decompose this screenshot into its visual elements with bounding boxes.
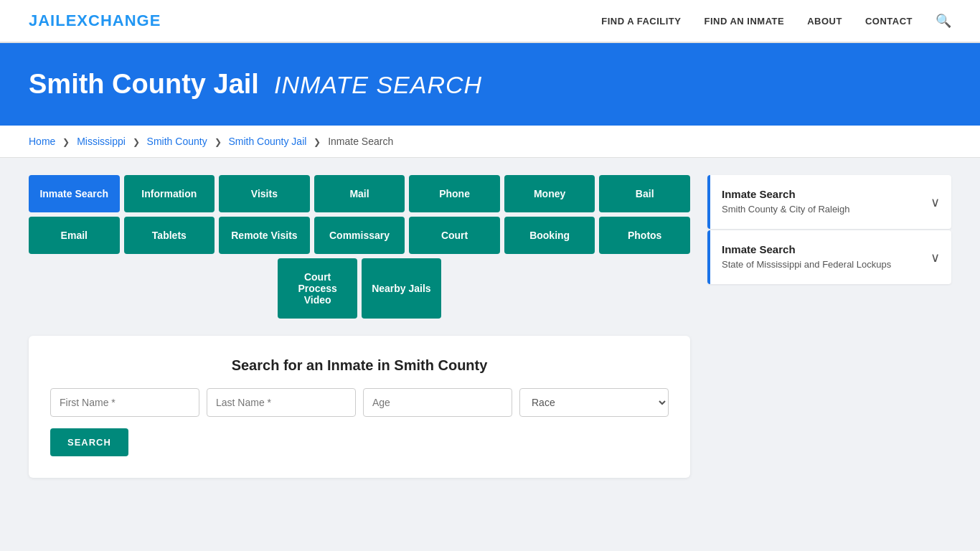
sidebar-card-ms-title: Inmate Search [722,243,891,255]
breadcrumb-sep-2: ❯ [133,137,140,147]
search-icon[interactable]: 🔍 [936,13,951,29]
tab-row-3: Court Process Video Nearby Jails [29,258,690,319]
tab-row-2: Email Tablets Remote Visits Commissary C… [29,217,690,254]
row3-spacer-right [446,258,690,319]
tab-visits[interactable]: Visits [219,175,310,212]
search-fields: Race White Black Hispanic Asian Other [50,388,669,417]
nav-about[interactable]: ABOUT [807,16,842,27]
sidebar-card-smith-subtitle: Smith County & City of Raleigh [722,203,849,216]
sidebar-card-smith-county[interactable]: Inmate Search Smith County & City of Ral… [707,175,951,229]
search-button[interactable]: SEARCH [50,428,128,456]
breadcrumb-smith-county[interactable]: Smith County [147,136,207,147]
sidebar-card-smith-title: Inmate Search [722,188,849,200]
search-form-heading: Search for an Inmate in Smith County [50,357,669,374]
tab-tablets[interactable]: Tablets [124,217,215,254]
logo[interactable]: JAILEXCHANGE [29,11,161,30]
hero-subtitle: INMATE SEARCH [274,71,482,98]
sidebar-card-ms-subtitle: State of Mississippi and Federal Lockups [722,258,891,271]
breadcrumb-sep-4: ❯ [314,137,321,147]
tab-photos[interactable]: Photos [599,217,690,254]
race-select[interactable]: Race White Black Hispanic Asian Other [519,388,669,417]
main-content: Inmate Search Information Visits Mail Ph… [0,158,980,495]
breadcrumb-current: Inmate Search [328,136,393,147]
breadcrumb-smith-county-jail[interactable]: Smith County Jail [228,136,306,147]
tab-mail[interactable]: Mail [314,175,405,212]
sidebar-card-mississippi[interactable]: Inmate Search State of Mississippi and F… [707,230,951,284]
row3-items: Court Process Video Nearby Jails [278,258,441,319]
page-title: Smith County Jail INMATE SEARCH [29,69,951,100]
tab-inmate-search[interactable]: Inmate Search [29,175,120,212]
chevron-down-icon-2: ∨ [930,250,940,265]
tab-row-1: Inmate Search Information Visits Mail Ph… [29,175,690,212]
nav-find-facility[interactable]: FIND A FACILITY [601,16,681,27]
tab-remote-visits[interactable]: Remote Visits [219,217,310,254]
tab-phone[interactable]: Phone [409,175,500,212]
logo-exchange: EXCHANGE [66,11,161,29]
hero-title: Smith County Jail [29,69,259,99]
hero-section: Smith County Jail INMATE SEARCH [0,43,980,126]
tab-information[interactable]: Information [124,175,215,212]
nav-find-inmate[interactable]: FIND AN INMATE [704,16,784,27]
breadcrumb-mississippi[interactable]: Mississippi [77,136,126,147]
chevron-down-icon: ∨ [930,194,940,210]
row3-spacer [29,258,273,319]
breadcrumb-sep-3: ❯ [215,137,222,147]
last-name-input[interactable] [207,388,356,417]
nav-contact[interactable]: CONTACT [865,16,913,27]
breadcrumb-sep-1: ❯ [62,137,70,147]
search-form-box: Search for an Inmate in Smith County Rac… [29,336,690,478]
left-column: Inmate Search Information Visits Mail Ph… [29,175,690,478]
breadcrumb: Home ❯ Mississippi ❯ Smith County ❯ Smit… [0,126,980,158]
tab-court[interactable]: Court [409,217,500,254]
sidebar-card-smith-text: Inmate Search Smith County & City of Ral… [722,188,849,216]
tab-court-process-video[interactable]: Court Process Video [278,258,357,319]
tab-bail[interactable]: Bail [599,175,690,212]
main-nav: FIND A FACILITY FIND AN INMATE ABOUT CON… [601,13,951,29]
sidebar-card-ms-text: Inmate Search State of Mississippi and F… [722,243,891,271]
logo-jail: JAIL [29,11,66,29]
tab-booking[interactable]: Booking [504,217,595,254]
right-sidebar: Inmate Search Smith County & City of Ral… [707,175,951,286]
first-name-input[interactable] [50,388,199,417]
breadcrumb-home[interactable]: Home [29,136,55,147]
tab-commissary[interactable]: Commissary [314,217,405,254]
tab-money[interactable]: Money [504,175,595,212]
tab-email[interactable]: Email [29,217,120,254]
tab-nearby-jails[interactable]: Nearby Jails [362,258,441,319]
header: JAILEXCHANGE FIND A FACILITY FIND AN INM… [0,0,980,43]
age-input[interactable] [363,388,512,417]
